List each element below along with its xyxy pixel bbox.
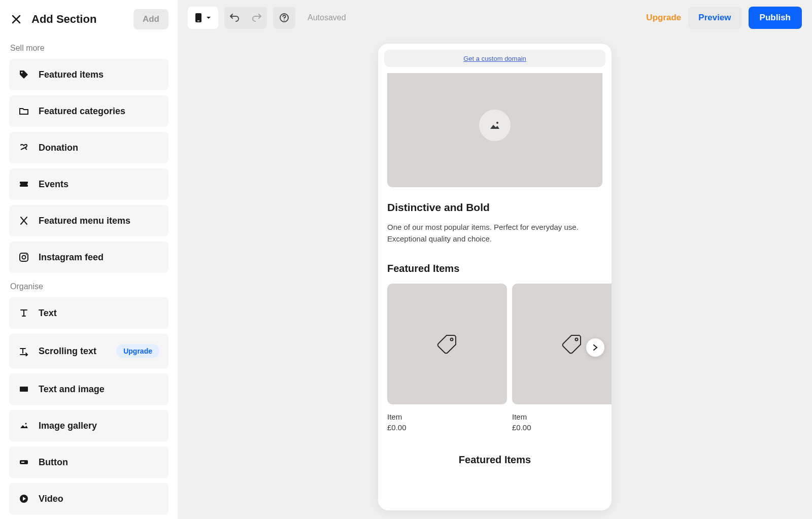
publish-button[interactable]: Publish — [749, 7, 802, 29]
chevron-right-icon — [593, 344, 598, 351]
section-item-featured-items[interactable]: Featured items — [9, 59, 168, 90]
section-item-featured-menu[interactable]: Featured menu items — [9, 205, 168, 236]
section-item-video[interactable]: Video — [9, 483, 168, 514]
section-item-image-gallery[interactable]: Image gallery — [9, 410, 168, 441]
section-label: Text and image — [39, 384, 105, 395]
section-item-instagram[interactable]: Instagram feed — [9, 241, 168, 273]
device-content[interactable]: Distinctive and Bold One of our most pop… — [378, 73, 612, 510]
preview-button[interactable]: Preview — [688, 7, 741, 29]
svg-point-16 — [496, 122, 498, 124]
utensils-icon — [18, 215, 29, 226]
section-label: Featured menu items — [39, 216, 130, 226]
chevron-down-icon — [206, 16, 211, 19]
hero-title: Distinctive and Bold — [387, 201, 602, 214]
help-button[interactable] — [273, 7, 295, 29]
image-icon — [18, 420, 29, 431]
svg-rect-13 — [197, 21, 199, 22]
toolbar: Autosaved Upgrade Preview Publish — [178, 0, 812, 36]
item-price: £0.00 — [387, 423, 507, 432]
tag-icon — [561, 333, 583, 355]
section-item-donation[interactable]: Donation — [9, 132, 168, 163]
svg-rect-1 — [20, 182, 28, 187]
ribbon-icon — [18, 142, 29, 153]
svg-point-2 — [19, 184, 21, 185]
section-label: Featured items — [39, 70, 104, 80]
type-icon — [18, 307, 29, 319]
svg-rect-7 — [20, 387, 28, 392]
device-preview: Get a custom domain Distinctive and Bold… — [378, 44, 612, 510]
folder-icon — [18, 106, 29, 117]
item-price: £0.00 — [512, 423, 612, 432]
redo-button[interactable] — [247, 7, 267, 29]
section-item-featured-categories[interactable]: Featured categories — [9, 95, 168, 127]
item-card[interactable]: Item £0.00 — [512, 284, 612, 432]
instagram-icon — [18, 252, 29, 263]
svg-point-15 — [284, 20, 285, 21]
featured-heading: Featured Items — [387, 263, 602, 274]
mobile-icon — [195, 13, 202, 23]
scrolling-text-icon — [18, 345, 29, 357]
svg-point-17 — [451, 338, 453, 341]
svg-point-0 — [21, 72, 23, 74]
video-icon — [18, 493, 29, 504]
section-item-scrolling-text[interactable]: Scrolling text Upgrade — [9, 334, 168, 368]
device-selector[interactable] — [188, 7, 218, 29]
section-label: Text — [39, 308, 57, 319]
help-icon — [279, 13, 289, 23]
close-icon[interactable] — [9, 12, 23, 26]
section-label: Events — [39, 179, 69, 190]
svg-point-18 — [576, 338, 578, 341]
item-image-placeholder — [387, 284, 507, 404]
item-name: Item — [387, 412, 507, 421]
svg-point-5 — [22, 256, 26, 259]
undo-icon — [229, 14, 240, 22]
section-label: Button — [39, 457, 68, 468]
section-item-text-image[interactable]: Text and image — [9, 373, 168, 405]
item-name: Item — [512, 412, 612, 421]
section-label: Featured categories — [39, 106, 125, 117]
group-label: Organise — [10, 282, 168, 291]
section-item-text[interactable]: Text — [9, 297, 168, 329]
hero-image-placeholder[interactable] — [387, 73, 602, 187]
text-image-icon — [18, 384, 29, 395]
featured-heading-2: Featured Items — [387, 454, 602, 466]
item-card[interactable]: Item £0.00 — [387, 284, 507, 432]
autosaved-label: Autosaved — [308, 13, 346, 22]
upgrade-link[interactable]: Upgrade — [646, 13, 681, 23]
tag-icon — [436, 333, 458, 355]
section-label: Video — [39, 494, 63, 504]
button-icon — [18, 457, 29, 468]
add-button[interactable]: Add — [133, 9, 168, 29]
svg-point-3 — [27, 184, 29, 185]
section-label: Instagram feed — [39, 252, 104, 263]
sidebar-title: Add Section — [31, 13, 96, 26]
group-label: Sell more — [10, 44, 168, 53]
upgrade-badge: Upgrade — [116, 344, 159, 358]
section-item-button[interactable]: Button — [9, 446, 168, 478]
hero-description: One of our most popular items. Perfect f… — [387, 222, 602, 245]
canvas: Get a custom domain Distinctive and Bold… — [178, 36, 812, 519]
section-label: Image gallery — [39, 421, 97, 431]
section-label: Donation — [39, 143, 78, 153]
undo-redo-group — [224, 7, 267, 29]
section-item-events[interactable]: Events — [9, 168, 168, 200]
svg-rect-10 — [21, 462, 24, 463]
carousel-next-button[interactable] — [586, 338, 604, 357]
undo-button[interactable] — [224, 7, 245, 29]
custom-domain-link[interactable]: Get a custom domain — [463, 55, 526, 62]
sidebar-header: Add Section Add — [9, 9, 168, 29]
domain-bar: Get a custom domain — [384, 50, 605, 67]
image-icon — [489, 121, 500, 130]
image-icon-circle — [479, 110, 511, 141]
redo-icon — [252, 14, 262, 22]
section-label: Scrolling text — [39, 346, 96, 357]
tag-icon — [18, 69, 29, 80]
sidebar: Add Section Add Sell more Featured items… — [0, 0, 178, 519]
svg-point-8 — [25, 423, 27, 425]
main: Autosaved Upgrade Preview Publish Get a … — [178, 0, 812, 519]
featured-items-row: Item £0.00 Item £0.00 — [387, 284, 602, 432]
ticket-icon — [18, 179, 29, 190]
svg-point-6 — [26, 254, 27, 255]
